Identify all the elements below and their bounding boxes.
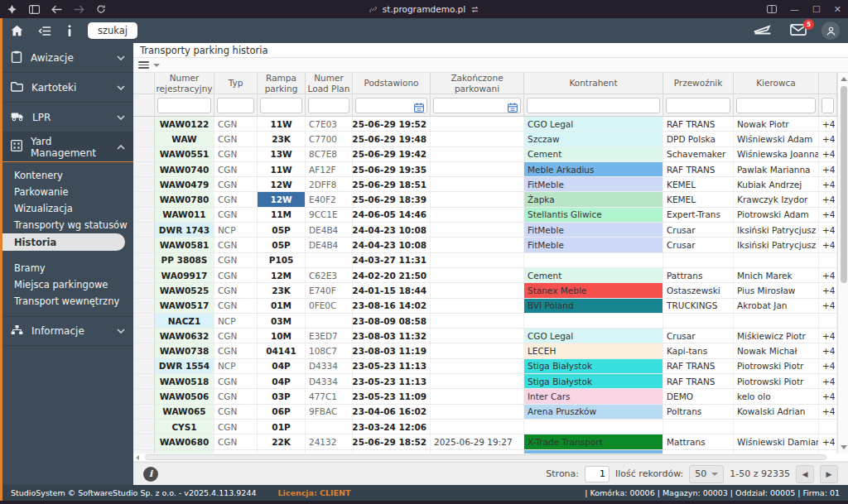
url-text[interactable]: st.programdemo.pl [383,4,465,14]
row-gutter[interactable] [133,359,155,373]
cell-przewoznik[interactable]: TRUCKINGS [663,299,734,313]
cell-telefon[interactable]: +4 [819,208,837,222]
cell-reg[interactable]: WAW065 [155,405,214,419]
cell-kontrahent[interactable]: Meble Arkadius [524,162,663,176]
cell-reg[interactable]: WAW0740 [155,162,214,176]
cell-podstawiono[interactable]: 2024-04-23 10:08 [353,238,431,252]
filter-kontrahent[interactable] [527,98,660,113]
cell-kierowca[interactable]: Krawczyk Izydor [734,192,819,206]
cell-load-plan[interactable]: E3ED7 [306,329,353,343]
cell-telefon[interactable]: +4 [819,283,837,297]
cell-przewoznik[interactable] [663,314,734,328]
row-gutter[interactable] [133,117,155,131]
cell-rampa[interactable] [258,450,306,454]
cell-zakonczone[interactable] [431,208,524,222]
row-gutter[interactable] [133,253,155,267]
cell-podstawiono[interactable] [353,450,431,454]
row-gutter[interactable] [133,329,155,343]
cell-kontrahent[interactable]: Inter Cars [524,389,663,403]
cell-zakonczone[interactable] [431,253,524,267]
cell-reg[interactable]: WAW0479 [155,177,214,191]
cell-load-plan[interactable]: 8C7E8 [306,147,353,161]
cell-podstawiono[interactable]: 2025-06-29 18:52 [353,434,431,449]
page-input[interactable] [585,466,610,482]
cell-kontrahent[interactable]: Arena Pruszków [524,405,663,419]
cell-zakonczone[interactable] [431,238,524,252]
cell-telefon[interactable]: +4 [819,132,837,146]
cell-load-plan[interactable]: 108C7 [306,343,353,358]
cell-load-plan[interactable]: E40F2 [306,192,353,206]
cell-rampa[interactable]: 12W [258,177,306,191]
sidebar-item-transporty-wg-statusow[interactable]: Transporty wg statusów [2,217,133,233]
horizontal-scroll-thumb[interactable] [145,454,826,460]
sidebar-item-kontenery[interactable]: Kontenery [2,167,133,184]
cell-load-plan[interactable]: D4334 [306,374,353,388]
cell-przewoznik[interactable] [663,253,734,267]
cell-przewoznik[interactable]: Ostaszewski [663,283,734,297]
cell-zakonczone[interactable] [431,192,524,206]
cell-typ[interactable]: CGN [214,268,258,282]
cell-podstawiono[interactable]: 2025-06-29 19:42 [353,147,431,161]
cell-przewoznik[interactable]: Pattrans [663,268,734,282]
cell-kierowca[interactable] [734,450,819,454]
cell-reg[interactable]: WA09917 [155,268,214,282]
cell-zakonczone[interactable] [431,299,524,313]
header-podstawiono[interactable]: Podstawiono [353,73,431,94]
cell-rampa[interactable]: 01P [258,420,306,434]
cell-zakonczone[interactable] [431,359,524,373]
cell-load-plan[interactable]: 477C1 [306,389,353,403]
cell-kontrahent[interactable]: Żapka [524,192,663,206]
cell-kierowca[interactable]: Pius Mirosław [734,283,819,297]
row-gutter[interactable] [133,132,155,146]
menu-collapse-icon[interactable] [38,26,51,36]
cell-reg[interactable]: WAW0518 [155,374,214,388]
split-view-icon[interactable] [767,5,777,13]
sidebar-item-historia[interactable]: Historia [2,233,125,251]
sidebar-item-yard-management[interactable]: Yard Management [2,132,133,162]
cell-typ[interactable]: CGN [214,283,258,297]
scroll-up-icon[interactable] [841,77,847,81]
cell-przewoznik[interactable]: RAF TRANS [663,374,734,388]
row-gutter[interactable] [133,192,155,206]
row-gutter[interactable] [133,208,155,222]
cell-typ[interactable]: CGN [214,329,258,343]
sidebar-item-wizualizacja[interactable]: Wizualizacja [2,200,133,217]
cell-load-plan[interactable] [306,253,353,267]
cell-rampa[interactable]: 23K [258,132,306,146]
cell-kontrahent[interactable] [524,420,663,434]
cell-podstawiono[interactable]: 2024-06-05 14:46 [353,208,431,222]
vertical-scroll-thumb[interactable] [841,86,847,283]
row-gutter[interactable] [133,238,155,252]
cell-rampa[interactable]: 11M [258,208,306,222]
row-gutter[interactable] [133,177,155,191]
mail-icon[interactable]: 5 [790,23,807,39]
scroll-down-icon[interactable] [841,445,847,449]
cell-kontrahent[interactable]: LECEH [524,343,663,358]
cell-kontrahent[interactable]: Cement [524,147,663,161]
cell-kontrahent[interactable]: X-Trade Transport [524,434,663,449]
cell-kierowca[interactable]: Piotrowski Adam [734,208,819,222]
cell-reg[interactable]: WAW0122 [155,117,214,131]
cell-kierowca[interactable]: Miśkiewicz Piotr [734,329,819,343]
cell-telefon[interactable]: +4 [819,162,837,176]
sidebar-item-kartoteki[interactable]: Kartoteki [2,73,133,103]
cell-typ[interactable]: CGN [214,192,258,206]
cell-podstawiono[interactable]: 2023-05-23 11:09 [353,389,431,403]
cell-load-plan[interactable]: AF12F [306,162,353,176]
cell-typ[interactable]: CGN [214,343,258,358]
cell-zakonczone[interactable]: 2025-06-29 19:27 [431,434,524,449]
sidebar-item-bramy[interactable]: Bramy [2,260,133,276]
header-kierowca[interactable]: Kierowca [734,73,819,94]
cell-reg[interactable]: CYS1 [155,420,214,434]
cell-podstawiono[interactable]: 2025-06-29 19:52 [353,117,431,131]
sidebar-item-transport-wewnetrzny[interactable]: Transport wewnętrzny [2,293,133,310]
cell-kierowca[interactable]: Wiśniewska Joanna [734,147,819,161]
cell-przewoznik[interactable]: RAF TRANS [663,359,734,373]
cell-zakonczone[interactable] [431,223,524,237]
cell-rampa[interactable]: 05P [258,223,306,237]
cell-kontrahent[interactable]: BVI Poland [524,299,663,313]
cell-przewoznik[interactable]: RAF TRANS [663,162,734,176]
cell-reg[interactable]: WAW011 [155,208,214,222]
cell-load-plan[interactable]: 24132 [306,434,353,449]
cell-podstawiono[interactable]: 2024-03-27 11:31 [353,253,431,267]
